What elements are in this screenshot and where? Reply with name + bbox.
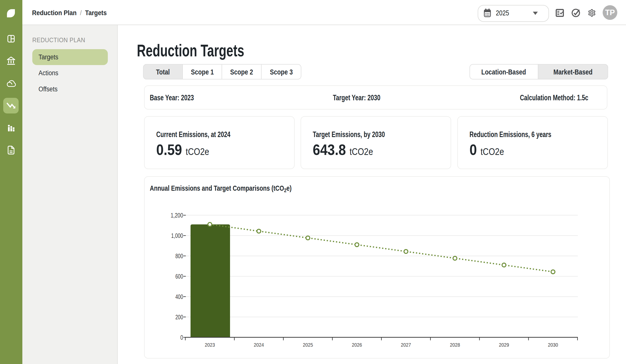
svg-text:2026: 2026 [352,342,362,348]
svg-text:1,200: 1,200 [171,212,183,219]
svg-text:2027: 2027 [401,342,411,348]
svg-text:2024: 2024 [254,342,264,348]
svg-text:2029: 2029 [499,342,509,348]
svg-text:200: 200 [175,313,183,321]
svg-text:1,000: 1,000 [171,232,183,239]
svg-text:0: 0 [180,334,183,341]
svg-text:2030: 2030 [548,342,558,348]
svg-text:800: 800 [175,252,183,260]
svg-text:2028: 2028 [450,342,460,348]
svg-text:2023: 2023 [205,342,215,348]
svg-text:2025: 2025 [303,342,313,348]
svg-text:400: 400 [175,293,183,300]
svg-text:600: 600 [175,273,183,280]
